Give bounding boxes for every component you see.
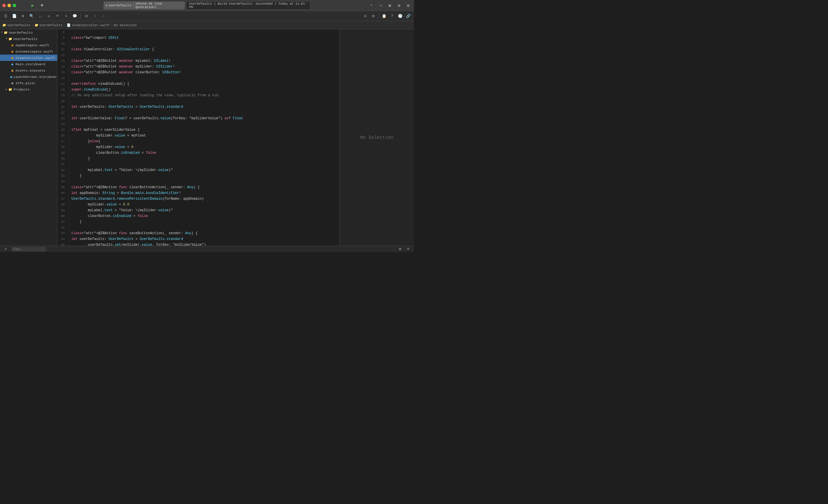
line-number-23: 23 <box>57 116 67 121</box>
line-number-25: 25 <box>57 127 67 133</box>
search-button[interactable]: 🔍 <box>28 13 35 19</box>
sidebar-item-assets[interactable]: ▣ Assets.xcassets <box>0 67 57 74</box>
sidebar-item-infoplist-label: Info.plist <box>15 81 35 85</box>
inspector-btn1[interactable]: ⊡ <box>362 13 369 19</box>
line-number-26: 26 <box>57 133 67 138</box>
breadcrumb-bar: 📁 UserDefaults › 📁 UserDefaults › 📄 View… <box>0 21 414 29</box>
nav-forward[interactable]: › <box>100 13 107 19</box>
breadcrumb-sep-3: › <box>111 24 113 27</box>
code-line-21: let userDefaults: UserDefaults = UserDef… <box>71 104 337 110</box>
titlebar-center: ⚙️ UserDefaults › iPhone SE (2nd generat… <box>104 1 310 10</box>
line-number-30: 30 <box>57 156 67 162</box>
add-tab-button[interactable]: + <box>368 2 375 9</box>
products-disclosure-icon: ▶ <box>6 88 7 91</box>
inspector-btn2[interactable]: ⊞ <box>370 13 377 19</box>
filter-input[interactable] <box>11 247 46 251</box>
line-number-29: 29 <box>57 150 67 156</box>
editor-grid[interactable]: ⊟ <box>83 13 90 19</box>
swift-file-icon-3: ◼ <box>10 56 14 60</box>
sidebar-toggle[interactable]: ☰ <box>2 13 9 19</box>
breadcrumb-item-3[interactable]: 📄 ViewController.swift <box>67 23 110 27</box>
swift-file-icon-2: ◼ <box>10 50 14 53</box>
minimize-button[interactable] <box>7 4 11 7</box>
code-line-34 <box>71 179 337 184</box>
warning-button[interactable]: ⚠ <box>37 13 44 19</box>
no-selection-text: No Selection <box>360 135 393 140</box>
new-file[interactable]: 📄 <box>11 13 18 19</box>
breadcrumb-sep-2: › <box>64 24 66 27</box>
line-number-15: 15 <box>57 70 67 75</box>
layout-button2[interactable]: ▤ <box>396 2 403 9</box>
scheme-selector[interactable]: ⚙️ UserDefaults › iPhone SE (2nd generat… <box>104 1 185 9</box>
run-button[interactable]: ▶ <box>29 2 36 9</box>
storyboard-icon: ◼ <box>10 62 14 66</box>
list-button[interactable]: ≡ <box>54 13 61 19</box>
quick-help[interactable]: ? <box>389 13 396 19</box>
code-line-12 <box>71 52 337 58</box>
sidebar-item-main-storyboard[interactable]: ◼ Main.storyboard <box>0 61 57 67</box>
add-button[interactable]: + <box>2 246 9 252</box>
file-inspector[interactable]: 📋 <box>381 13 387 19</box>
sidebar-item-appdelegate-label: AppDelegate.swift <box>15 43 49 47</box>
history[interactable]: 🕐 <box>397 13 404 19</box>
breadcrumb-sep-1: › <box>31 24 33 27</box>
sidebar-item-infoplist[interactable]: ◼ Info.plist <box>0 80 57 86</box>
filter-button[interactable]: ≡ <box>405 246 412 252</box>
line-number-22: 22 <box>57 110 67 116</box>
statusbar: + ⊞ ≡ <box>0 246 414 252</box>
code-line-8 <box>71 29 337 35</box>
build-status: UserDefaults | Build UserDefaults: Succe… <box>186 1 310 10</box>
line-number-35: 35 <box>57 184 67 190</box>
group-folder-icon: 📁 <box>8 37 12 41</box>
code-line-10 <box>71 41 337 47</box>
zoom-button[interactable] <box>13 4 16 7</box>
line-number-31: 31 <box>57 162 67 167</box>
code-content[interactable]: class="kw">import UIKit class ViewContro… <box>69 29 339 246</box>
sort-button[interactable]: ⊞ <box>397 246 404 252</box>
sidebar-products[interactable]: ▶ 📁 Products <box>0 86 57 93</box>
nav-back[interactable]: ‹ <box>92 13 98 19</box>
grid-button[interactable]: ⊞ <box>19 13 27 19</box>
code-line-11: class ViewController: UIViewController { <box>71 47 337 52</box>
sidebar-item-appdelegate[interactable]: ◼ AppDelegate.swift <box>0 42 57 48</box>
line-number-43: 43 <box>57 230 67 236</box>
sidebar-item-viewcontroller[interactable]: ◼ ViewController.swift <box>0 55 57 61</box>
line-number-32: 32 <box>57 167 67 173</box>
sidebar-root[interactable]: ▼ 📁 UserDefaults <box>0 29 57 36</box>
connections[interactable]: 🔗 <box>405 13 412 19</box>
line-number-34: 34 <box>57 179 67 184</box>
layout-button1[interactable]: ▣ <box>386 2 393 9</box>
breadcrumb-item-1[interactable]: 📁 UserDefaults <box>2 23 30 27</box>
code-line-23: let userSliderValue: Float? = userDefaul… <box>71 116 337 121</box>
code-line-25: if let myFloat = userSliderValue { <box>71 127 337 133</box>
breadcrumb-item-4[interactable]: No Selection <box>114 24 136 27</box>
sidebar-item-launchscreen[interactable]: ◼ LaunchScreen.storyboard <box>0 74 57 80</box>
code-line-19: // Do any additional setup after loading… <box>71 93 337 98</box>
close-button[interactable] <box>2 4 6 7</box>
code-line-20 <box>71 98 337 104</box>
code-line-45: userDefaults.set(mySlider.value, forKey:… <box>71 242 337 246</box>
code-area: 8910111213141516171819202122232425262728… <box>57 29 339 246</box>
link-button[interactable]: ⊃ <box>63 13 70 19</box>
split-button[interactable]: ⇥ <box>377 2 384 9</box>
assets-icon: ▣ <box>10 69 14 73</box>
code-line-37: UserDefaults.standard.removePersistentDo… <box>71 196 337 202</box>
sidebar-group[interactable]: ▼ 📁 UserDefaults <box>0 36 57 42</box>
layout-button3[interactable]: ▥ <box>405 2 412 9</box>
breadcrumb-item-2[interactable]: 📁 UserDefaults <box>35 23 63 27</box>
line-number-14: 14 <box>57 64 67 70</box>
line-number-40: 40 <box>57 213 67 219</box>
comment-button[interactable]: 💬 <box>71 13 78 19</box>
line-number-45: 45 <box>57 242 67 246</box>
diamond-button[interactable]: ◇ <box>45 13 52 19</box>
code-line-27: }else{ <box>71 138 337 144</box>
sidebar-item-main-storyboard-label: Main.storyboard <box>15 62 45 66</box>
code-editor[interactable]: 8910111213141516171819202122232425262728… <box>57 29 339 246</box>
code-line-28: mySlider.value = 0 <box>71 144 337 150</box>
sidebar-item-scenedelegate[interactable]: ◼ SceneDelegate.swift <box>0 48 57 55</box>
stop-button[interactable]: ■ <box>39 2 45 9</box>
line-number-44: 44 <box>57 236 67 242</box>
code-line-31 <box>71 162 337 167</box>
disclosure-icon: ▼ <box>1 31 3 34</box>
launchscreen-icon: ◼ <box>10 75 12 79</box>
